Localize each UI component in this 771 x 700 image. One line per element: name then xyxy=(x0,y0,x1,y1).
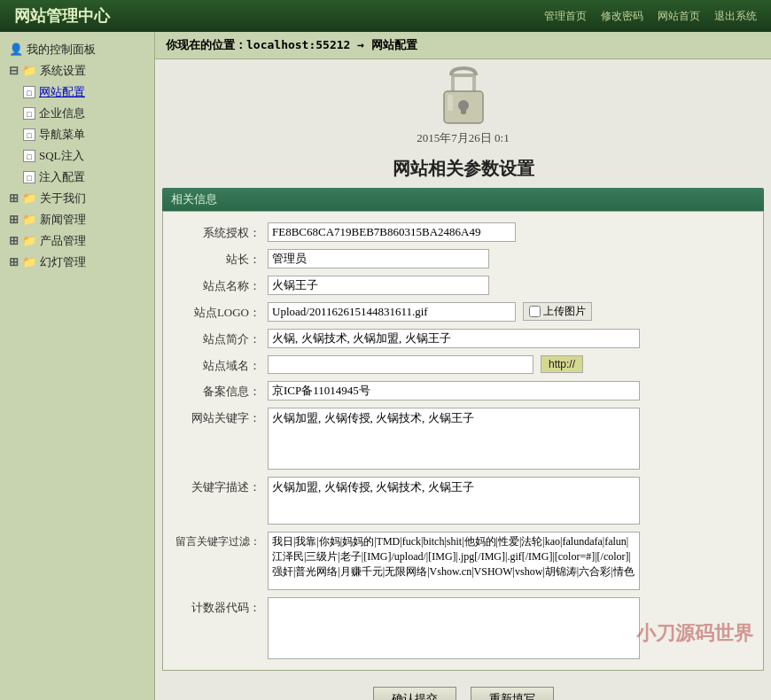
page-icon-5: □ xyxy=(23,170,35,184)
date-display: 2015年7月26日 0:1 xyxy=(417,130,509,150)
textarea-keyword-desc[interactable]: 火锅加盟, 火锅传授, 火锅技术, 火锅王子 xyxy=(268,477,640,525)
buttons-row: 确认提交 重新填写 xyxy=(155,678,771,700)
sidebar-groups: ⊞ 📁 关于我们 ⊞ 📁 新闻管理 ⊞ 📁 产品管理 ⊞ 📁 幻灯管理 xyxy=(4,188,151,273)
page-icon-1: □ xyxy=(23,85,35,99)
folder-icon: 📁 xyxy=(22,64,36,78)
section-header: 相关信息 xyxy=(162,188,764,211)
input-auth[interactable] xyxy=(268,222,516,242)
sidebar-item-product-mgmt[interactable]: ⊞ 📁 产品管理 xyxy=(4,230,151,252)
form-row-filter: 留言关键字过滤： 我日|我靠|你妈|妈妈的|TMD|fuck|bitch|shi… xyxy=(163,528,763,594)
nav-logout[interactable]: 退出系统 xyxy=(714,9,757,24)
control-filter: 我日|我靠|你妈|妈妈的|TMD|fuck|bitch|shit|他妈的|性爱|… xyxy=(268,532,756,590)
textarea-keywords[interactable]: 火锅加盟, 火锅传授, 火锅技术, 火锅王子 xyxy=(268,408,640,470)
textarea-filter[interactable]: 我日|我靠|你妈|妈妈的|TMD|fuck|bitch|shit|他妈的|性爱|… xyxy=(268,532,640,590)
minus-icon: ⊟ xyxy=(9,64,19,78)
input-domain[interactable] xyxy=(268,355,533,374)
plus-icon-3: ⊞ xyxy=(9,234,19,248)
control-domain: http:// xyxy=(268,355,756,374)
form-row-admin: 站长： xyxy=(163,245,763,272)
sidebar-item-site-config[interactable]: □ 网站配置 xyxy=(18,82,151,103)
submit-button[interactable]: 确认提交 xyxy=(373,687,456,700)
label-filing: 备案信息： xyxy=(170,381,268,400)
label-counter: 计数器代码： xyxy=(170,597,268,616)
form-row-counter: 计数器代码： xyxy=(163,594,763,663)
label-logo: 站点LOGO： xyxy=(170,302,268,321)
svg-rect-3 xyxy=(451,74,476,77)
label-desc: 站点简介： xyxy=(170,329,268,347)
label-sitename: 站点名称： xyxy=(170,276,268,294)
textarea-counter[interactable] xyxy=(268,597,640,659)
label-keywords: 网站关键字： xyxy=(170,408,268,426)
nav-change-password[interactable]: 修改密码 xyxy=(601,9,643,24)
label-filter: 留言关键字过滤： xyxy=(170,532,268,549)
sidebar-item-my-panel[interactable]: 👤 我的控制面板 xyxy=(4,39,151,60)
input-sitename[interactable] xyxy=(268,276,489,295)
lock-section: 2015年7月26日 0:1 xyxy=(155,59,771,153)
sidebar: 👤 我的控制面板 ⊟ 📁 系统设置 □ 网站配置 □ 企业信息 □ xyxy=(0,32,155,700)
sidebar-item-system-settings[interactable]: ⊟ 📁 系统设置 xyxy=(4,60,151,82)
control-filing xyxy=(268,381,756,401)
folder-icon-1: 📁 xyxy=(22,191,36,206)
input-filing[interactable] xyxy=(268,381,640,401)
folder-icon-4: 📁 xyxy=(22,255,36,269)
control-counter xyxy=(268,597,756,659)
form-row-sitename: 站点名称： xyxy=(163,272,763,299)
upload-checkbox[interactable] xyxy=(529,306,541,317)
sidebar-item-about-us[interactable]: ⊞ 📁 关于我们 xyxy=(4,188,151,209)
plus-icon-1: ⊞ xyxy=(9,191,19,206)
nav-site-home[interactable]: 网站首页 xyxy=(658,9,700,24)
control-keywords: 火锅加盟, 火锅传授, 火锅技术, 火锅王子 xyxy=(268,408,756,470)
page-icon-3: □ xyxy=(23,128,35,142)
input-logo[interactable] xyxy=(268,302,516,322)
control-desc xyxy=(268,329,756,348)
sidebar-item-sql-injection[interactable]: □ SQL注入 xyxy=(18,145,151,167)
upload-button[interactable]: 上传图片 xyxy=(523,302,592,321)
user-icon: 👤 xyxy=(9,43,23,57)
label-keyword-desc: 关键字描述： xyxy=(170,477,268,495)
lock-icon xyxy=(435,66,492,130)
form-row-logo: 站点LOGO： 上传图片 xyxy=(163,299,763,325)
page-title: 网站相关参数设置 xyxy=(155,153,771,188)
form-container: 系统授权： 站长： 站点名称： 站点LOGO： xyxy=(162,211,764,671)
plus-icon-4: ⊞ xyxy=(9,255,19,269)
header-nav: 管理首页 修改密码 网站首页 退出系统 xyxy=(544,9,757,24)
reset-button[interactable]: 重新填写 xyxy=(471,687,554,700)
sidebar-item-nav-menu[interactable]: □ 导航菜单 xyxy=(18,124,151,145)
plus-icon-2: ⊞ xyxy=(9,213,19,227)
nav-home[interactable]: 管理首页 xyxy=(544,9,587,24)
site-title: 网站管理中心 xyxy=(14,5,110,27)
form-row-keywords: 网站关键字： 火锅加盟, 火锅传授, 火锅技术, 火锅王子 xyxy=(163,404,763,473)
layout: 👤 我的控制面板 ⊟ 📁 系统设置 □ 网站配置 □ 企业信息 □ xyxy=(0,32,771,700)
header: 网站管理中心 管理首页 修改密码 网站首页 退出系统 xyxy=(0,0,771,32)
label-admin: 站长： xyxy=(170,249,268,268)
control-keyword-desc: 火锅加盟, 火锅传授, 火锅技术, 火锅王子 xyxy=(268,477,756,525)
label-auth: 系统授权： xyxy=(170,222,268,241)
input-admin[interactable] xyxy=(268,249,489,268)
form-row-domain: 站点域名： http:// xyxy=(163,352,763,377)
breadcrumb: 你现在的位置：localhost:55212 → 网站配置 xyxy=(155,32,771,59)
sidebar-item-news-mgmt[interactable]: ⊞ 📁 新闻管理 xyxy=(4,209,151,230)
label-domain: 站点域名： xyxy=(170,355,268,374)
page-icon-4: □ xyxy=(23,149,35,163)
form-row-desc: 站点简介： xyxy=(163,325,763,352)
main-content: 你现在的位置：localhost:55212 → 网站配置 2 xyxy=(155,32,771,700)
svg-rect-6 xyxy=(461,105,466,114)
control-admin xyxy=(268,249,756,268)
form-row-auth: 系统授权： xyxy=(163,219,763,245)
sidebar-item-slideshow-mgmt[interactable]: ⊞ 📁 幻灯管理 xyxy=(4,252,151,273)
http-button[interactable]: http:// xyxy=(541,355,583,373)
page-icon-2: □ xyxy=(23,106,35,121)
sidebar-item-company-info[interactable]: □ 企业信息 xyxy=(18,103,151,124)
svg-rect-7 xyxy=(448,95,453,111)
form-row-keyword-desc: 关键字描述： 火锅加盟, 火锅传授, 火锅技术, 火锅王子 xyxy=(163,473,763,528)
control-sitename xyxy=(268,276,756,295)
control-auth xyxy=(268,222,756,242)
control-logo: 上传图片 xyxy=(268,302,756,322)
form-row-filing: 备案信息： xyxy=(163,377,763,404)
input-desc[interactable] xyxy=(268,329,640,348)
sidebar-item-injection-config[interactable]: □ 注入配置 xyxy=(18,167,151,188)
folder-icon-2: 📁 xyxy=(22,213,36,227)
folder-icon-3: 📁 xyxy=(22,234,36,248)
